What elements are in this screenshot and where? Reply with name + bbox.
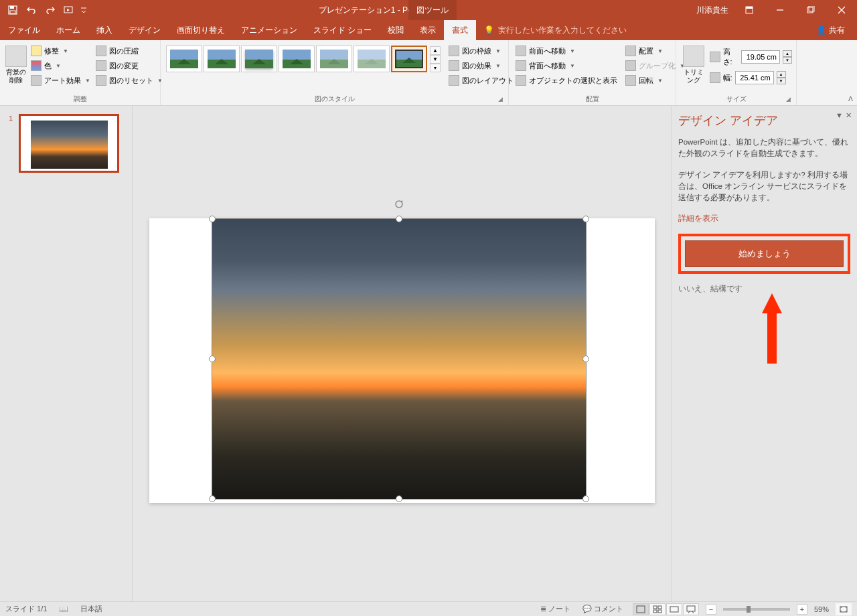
tab-home[interactable]: ホーム	[48, 20, 88, 40]
tell-me-search[interactable]: 💡 実行したい作業を入力してください	[476, 20, 635, 40]
slide-canvas-area[interactable]	[133, 106, 671, 601]
resize-handle-tl[interactable]	[209, 216, 216, 222]
rotate-icon	[625, 75, 636, 86]
color-icon	[31, 60, 42, 71]
zoom-thumb[interactable]	[747, 606, 751, 613]
styles-launcher[interactable]: ◢	[498, 96, 506, 104]
slide-thumb-1[interactable]: 1	[19, 114, 119, 173]
gallery-up-button[interactable]: ▲	[430, 46, 441, 55]
notes-button[interactable]: ≣ノート	[538, 603, 573, 615]
tab-slideshow[interactable]: スライド ショー	[305, 20, 380, 40]
corrections-button[interactable]: 修整▼	[28, 44, 93, 58]
tab-design[interactable]: デザイン	[121, 20, 169, 40]
undo-button[interactable]	[23, 2, 40, 18]
reset-icon	[96, 75, 106, 86]
fit-to-window-button[interactable]	[836, 603, 852, 615]
resize-handle-bm[interactable]	[396, 495, 402, 502]
share-button[interactable]: 👤 共有	[809, 20, 852, 40]
close-button[interactable]	[826, 0, 857, 20]
change-picture-button[interactable]: 図の変更	[93, 59, 165, 72]
width-input[interactable]	[735, 71, 774, 84]
selected-picture[interactable]	[212, 218, 587, 499]
pane-title: デザイン アイデア	[678, 112, 850, 129]
resize-handle-tr[interactable]	[582, 216, 589, 222]
rotate-handle[interactable]	[394, 199, 404, 210]
slide-indicator[interactable]: スライド 1/1	[5, 604, 47, 614]
notes-icon: ≣	[540, 605, 546, 613]
ribbon-tabs: ファイル ホーム 挿入 デザイン 画面切り替え アニメーション スライド ショー…	[0, 20, 857, 40]
collapse-ribbon-button[interactable]: ᐱ	[848, 95, 853, 102]
reset-picture-button[interactable]: 図のリセット▼	[93, 74, 165, 87]
gallery-more-button[interactable]: ▾	[430, 64, 441, 72]
style-thumb-7-selected[interactable]	[391, 46, 427, 72]
normal-view-button[interactable]	[633, 603, 649, 615]
resize-handle-bl[interactable]	[209, 495, 216, 502]
tab-review[interactable]: 校閲	[380, 20, 412, 40]
zoom-slider[interactable]	[723, 608, 790, 611]
contextual-tool-tab[interactable]: 図ツール	[408, 0, 457, 20]
bring-forward-button[interactable]: 前面へ移動▼	[513, 44, 620, 58]
start-from-beginning-button[interactable]	[60, 2, 78, 18]
resize-handle-tm[interactable]	[396, 216, 402, 222]
artistic-icon	[31, 75, 42, 86]
style-thumb-6[interactable]	[354, 46, 390, 72]
zoom-level[interactable]: 59%	[814, 605, 829, 613]
save-button[interactable]	[4, 2, 21, 18]
height-down[interactable]: ▼	[783, 57, 792, 64]
size-launcher[interactable]: ◢	[786, 96, 794, 104]
resize-handle-ml[interactable]	[209, 356, 216, 362]
width-down[interactable]: ▼	[777, 78, 786, 84]
slide[interactable]	[149, 218, 655, 503]
qat-more-button[interactable]	[79, 2, 88, 18]
tab-view[interactable]: 表示	[412, 20, 444, 40]
height-up[interactable]: ▲	[783, 50, 792, 57]
tab-animations[interactable]: アニメーション	[233, 20, 305, 40]
gallery-down-button[interactable]: ▼	[430, 55, 441, 64]
align-icon	[625, 46, 636, 56]
zoom-in-button[interactable]: +	[797, 604, 807, 615]
color-button[interactable]: 色▼	[28, 59, 93, 72]
language-indicator[interactable]: 日本語	[80, 604, 102, 614]
slideshow-view-button[interactable]	[683, 603, 699, 615]
chevron-down-icon: ▼	[657, 78, 663, 84]
maximize-button[interactable]	[795, 0, 826, 20]
comments-button[interactable]: 💬コメント	[580, 603, 626, 615]
show-details-link[interactable]: 詳細を表示	[678, 213, 850, 224]
style-thumb-4[interactable]	[279, 46, 315, 72]
remove-background-button[interactable]: 背景の削除	[4, 43, 28, 87]
style-thumb-5[interactable]	[316, 46, 352, 72]
user-name[interactable]: 川添貴生	[696, 5, 728, 16]
artistic-effects-button[interactable]: アート効果▼	[28, 74, 93, 87]
tab-insert[interactable]: 挿入	[88, 20, 121, 40]
zoom-out-button[interactable]: −	[706, 604, 716, 615]
svg-rect-16	[687, 606, 695, 611]
get-started-button[interactable]: 始めましょう	[685, 240, 844, 267]
crop-button[interactable]: トリミング	[680, 43, 707, 87]
chevron-down-icon: ▼	[495, 48, 501, 54]
width-up[interactable]: ▲	[777, 71, 786, 78]
pane-dropdown-icon[interactable]: ▼	[836, 111, 843, 120]
sorter-view-button[interactable]	[649, 603, 666, 615]
svg-rect-8	[809, 6, 814, 11]
pane-close-button[interactable]: ✕	[846, 111, 852, 120]
resize-handle-br[interactable]	[582, 495, 589, 502]
compress-pictures-button[interactable]: 図の圧縮	[93, 44, 165, 58]
spellcheck-indicator[interactable]: 📖	[56, 603, 71, 615]
style-thumb-3[interactable]	[241, 46, 277, 72]
ribbon-display-options[interactable]	[734, 0, 765, 20]
tab-format[interactable]: 書式	[444, 20, 476, 40]
style-thumb-1[interactable]	[166, 46, 202, 72]
height-input[interactable]	[741, 50, 780, 64]
send-backward-button[interactable]: 背面へ移動▼	[513, 59, 620, 72]
redo-button[interactable]	[42, 2, 59, 18]
tab-file[interactable]: ファイル	[0, 20, 48, 40]
minimize-button[interactable]	[765, 0, 795, 20]
thumb-preview	[31, 121, 108, 169]
tab-transitions[interactable]: 画面切り替え	[169, 20, 233, 40]
change-icon	[96, 60, 106, 71]
selection-pane-button[interactable]: オブジェクトの選択と表示	[513, 74, 620, 87]
resize-handle-mr[interactable]	[582, 356, 589, 362]
reading-view-button[interactable]	[666, 603, 682, 615]
layout-icon	[449, 75, 459, 86]
style-thumb-2[interactable]	[204, 46, 240, 72]
